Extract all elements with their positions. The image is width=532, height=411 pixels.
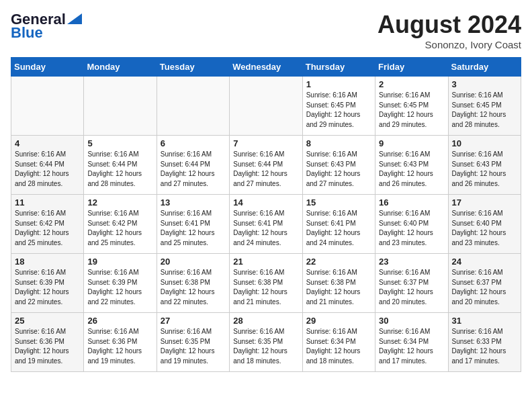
day-of-week-header: Sunday bbox=[11, 58, 84, 77]
title-area: August 2024 Sononzo, Ivory Coast bbox=[378, 11, 521, 50]
calendar-cell: 23Sunrise: 6:16 AM Sunset: 6:37 PM Dayli… bbox=[375, 254, 448, 313]
logo-icon bbox=[67, 13, 82, 24]
day-of-week-header: Friday bbox=[375, 58, 448, 77]
day-info: Sunrise: 6:16 AM Sunset: 6:34 PM Dayligh… bbox=[379, 327, 444, 366]
calendar-cell: 31Sunrise: 6:16 AM Sunset: 6:33 PM Dayli… bbox=[448, 313, 521, 372]
calendar-cell: 28Sunrise: 6:16 AM Sunset: 6:35 PM Dayli… bbox=[230, 313, 302, 372]
day-of-week-header: Monday bbox=[84, 58, 157, 77]
page-header: General Blue August 2024 Sononzo, Ivory … bbox=[11, 11, 521, 50]
day-info: Sunrise: 6:16 AM Sunset: 6:39 PM Dayligh… bbox=[15, 268, 80, 307]
calendar-table: SundayMondayTuesdayWednesdayThursdayFrid… bbox=[11, 57, 521, 372]
day-info: Sunrise: 6:16 AM Sunset: 6:35 PM Dayligh… bbox=[161, 327, 226, 366]
calendar-cell: 8Sunrise: 6:16 AM Sunset: 6:43 PM Daylig… bbox=[302, 136, 375, 195]
day-info: Sunrise: 6:16 AM Sunset: 6:41 PM Dayligh… bbox=[306, 209, 371, 248]
day-number: 6 bbox=[161, 138, 226, 148]
day-number: 26 bbox=[87, 316, 152, 326]
calendar-cell: 21Sunrise: 6:16 AM Sunset: 6:38 PM Dayli… bbox=[230, 254, 302, 313]
day-number: 14 bbox=[233, 197, 298, 208]
calendar-cell: 18Sunrise: 6:16 AM Sunset: 6:39 PM Dayli… bbox=[11, 254, 84, 313]
calendar-cell: 20Sunrise: 6:16 AM Sunset: 6:38 PM Dayli… bbox=[157, 254, 229, 313]
calendar-header-row: SundayMondayTuesdayWednesdayThursdayFrid… bbox=[11, 58, 521, 77]
day-number: 22 bbox=[306, 257, 371, 267]
calendar-cell: 13Sunrise: 6:16 AM Sunset: 6:41 PM Dayli… bbox=[157, 195, 229, 254]
location-subtitle: Sononzo, Ivory Coast bbox=[378, 39, 521, 50]
day-of-week-header: Tuesday bbox=[157, 58, 229, 77]
day-info: Sunrise: 6:16 AM Sunset: 6:33 PM Dayligh… bbox=[452, 327, 517, 366]
calendar-cell bbox=[157, 77, 229, 136]
day-number: 24 bbox=[452, 257, 517, 267]
day-info: Sunrise: 6:16 AM Sunset: 6:38 PM Dayligh… bbox=[306, 268, 371, 307]
day-number: 23 bbox=[379, 257, 444, 267]
calendar-cell: 26Sunrise: 6:16 AM Sunset: 6:36 PM Dayli… bbox=[84, 313, 157, 372]
calendar-cell: 12Sunrise: 6:16 AM Sunset: 6:42 PM Dayli… bbox=[84, 195, 157, 254]
day-info: Sunrise: 6:16 AM Sunset: 6:44 PM Dayligh… bbox=[15, 150, 80, 189]
calendar-cell: 30Sunrise: 6:16 AM Sunset: 6:34 PM Dayli… bbox=[375, 313, 448, 372]
logo: General Blue bbox=[11, 11, 82, 42]
day-info: Sunrise: 6:16 AM Sunset: 6:42 PM Dayligh… bbox=[15, 209, 80, 248]
day-info: Sunrise: 6:16 AM Sunset: 6:43 PM Dayligh… bbox=[379, 150, 444, 189]
calendar-week-row: 4Sunrise: 6:16 AM Sunset: 6:44 PM Daylig… bbox=[11, 136, 521, 195]
calendar-cell: 3Sunrise: 6:16 AM Sunset: 6:45 PM Daylig… bbox=[448, 77, 521, 136]
calendar-cell: 27Sunrise: 6:16 AM Sunset: 6:35 PM Dayli… bbox=[157, 313, 229, 372]
day-number: 31 bbox=[452, 316, 517, 326]
calendar-cell: 6Sunrise: 6:16 AM Sunset: 6:44 PM Daylig… bbox=[157, 136, 229, 195]
day-number: 9 bbox=[379, 138, 444, 148]
day-number: 2 bbox=[379, 79, 444, 89]
day-of-week-header: Saturday bbox=[448, 58, 521, 77]
calendar-cell: 29Sunrise: 6:16 AM Sunset: 6:34 PM Dayli… bbox=[302, 313, 375, 372]
day-info: Sunrise: 6:16 AM Sunset: 6:39 PM Dayligh… bbox=[87, 268, 152, 307]
calendar-cell: 2Sunrise: 6:16 AM Sunset: 6:45 PM Daylig… bbox=[375, 77, 448, 136]
day-info: Sunrise: 6:16 AM Sunset: 6:43 PM Dayligh… bbox=[452, 150, 517, 189]
day-info: Sunrise: 6:16 AM Sunset: 6:37 PM Dayligh… bbox=[452, 268, 517, 307]
calendar-cell bbox=[84, 77, 157, 136]
day-info: Sunrise: 6:16 AM Sunset: 6:44 PM Dayligh… bbox=[233, 150, 298, 189]
calendar-cell: 4Sunrise: 6:16 AM Sunset: 6:44 PM Daylig… bbox=[11, 136, 84, 195]
calendar-cell: 9Sunrise: 6:16 AM Sunset: 6:43 PM Daylig… bbox=[375, 136, 448, 195]
day-of-week-header: Thursday bbox=[302, 58, 375, 77]
day-info: Sunrise: 6:16 AM Sunset: 6:44 PM Dayligh… bbox=[87, 150, 152, 189]
day-number: 16 bbox=[379, 197, 444, 208]
calendar-cell: 19Sunrise: 6:16 AM Sunset: 6:39 PM Dayli… bbox=[84, 254, 157, 313]
day-number: 19 bbox=[87, 257, 152, 267]
day-info: Sunrise: 6:16 AM Sunset: 6:40 PM Dayligh… bbox=[379, 209, 444, 248]
calendar-cell: 7Sunrise: 6:16 AM Sunset: 6:44 PM Daylig… bbox=[230, 136, 302, 195]
calendar-week-row: 1Sunrise: 6:16 AM Sunset: 6:45 PM Daylig… bbox=[11, 77, 521, 136]
logo-blue: Blue bbox=[11, 24, 43, 42]
day-info: Sunrise: 6:16 AM Sunset: 6:42 PM Dayligh… bbox=[87, 209, 152, 248]
day-number: 20 bbox=[161, 257, 226, 267]
calendar-cell: 17Sunrise: 6:16 AM Sunset: 6:40 PM Dayli… bbox=[448, 195, 521, 254]
day-number: 7 bbox=[233, 138, 298, 148]
month-year-title: August 2024 bbox=[378, 11, 521, 39]
calendar-cell: 24Sunrise: 6:16 AM Sunset: 6:37 PM Dayli… bbox=[448, 254, 521, 313]
calendar-week-row: 18Sunrise: 6:16 AM Sunset: 6:39 PM Dayli… bbox=[11, 254, 521, 313]
calendar-cell: 1Sunrise: 6:16 AM Sunset: 6:45 PM Daylig… bbox=[302, 77, 375, 136]
calendar-cell bbox=[230, 77, 302, 136]
calendar-cell: 25Sunrise: 6:16 AM Sunset: 6:36 PM Dayli… bbox=[11, 313, 84, 372]
day-info: Sunrise: 6:16 AM Sunset: 6:41 PM Dayligh… bbox=[161, 209, 226, 248]
day-number: 13 bbox=[161, 197, 226, 208]
calendar-cell: 5Sunrise: 6:16 AM Sunset: 6:44 PM Daylig… bbox=[84, 136, 157, 195]
day-number: 17 bbox=[452, 197, 517, 208]
day-number: 3 bbox=[452, 79, 517, 89]
calendar-cell: 16Sunrise: 6:16 AM Sunset: 6:40 PM Dayli… bbox=[375, 195, 448, 254]
day-info: Sunrise: 6:16 AM Sunset: 6:40 PM Dayligh… bbox=[452, 209, 517, 248]
calendar-cell bbox=[11, 77, 84, 136]
day-info: Sunrise: 6:16 AM Sunset: 6:38 PM Dayligh… bbox=[161, 268, 226, 307]
day-number: 11 bbox=[15, 197, 80, 208]
day-info: Sunrise: 6:16 AM Sunset: 6:45 PM Dayligh… bbox=[452, 91, 517, 130]
day-info: Sunrise: 6:16 AM Sunset: 6:41 PM Dayligh… bbox=[233, 209, 298, 248]
day-number: 5 bbox=[87, 138, 152, 148]
calendar-cell: 11Sunrise: 6:16 AM Sunset: 6:42 PM Dayli… bbox=[11, 195, 84, 254]
day-info: Sunrise: 6:16 AM Sunset: 6:45 PM Dayligh… bbox=[379, 91, 444, 130]
day-number: 28 bbox=[233, 316, 298, 326]
calendar-week-row: 25Sunrise: 6:16 AM Sunset: 6:36 PM Dayli… bbox=[11, 313, 521, 372]
calendar-cell: 15Sunrise: 6:16 AM Sunset: 6:41 PM Dayli… bbox=[302, 195, 375, 254]
day-number: 10 bbox=[452, 138, 517, 148]
calendar-week-row: 11Sunrise: 6:16 AM Sunset: 6:42 PM Dayli… bbox=[11, 195, 521, 254]
day-info: Sunrise: 6:16 AM Sunset: 6:35 PM Dayligh… bbox=[233, 327, 298, 366]
svg-marker-0 bbox=[67, 13, 82, 24]
day-number: 30 bbox=[379, 316, 444, 326]
day-info: Sunrise: 6:16 AM Sunset: 6:34 PM Dayligh… bbox=[306, 327, 371, 366]
day-info: Sunrise: 6:16 AM Sunset: 6:43 PM Dayligh… bbox=[306, 150, 371, 189]
day-number: 25 bbox=[15, 316, 80, 326]
